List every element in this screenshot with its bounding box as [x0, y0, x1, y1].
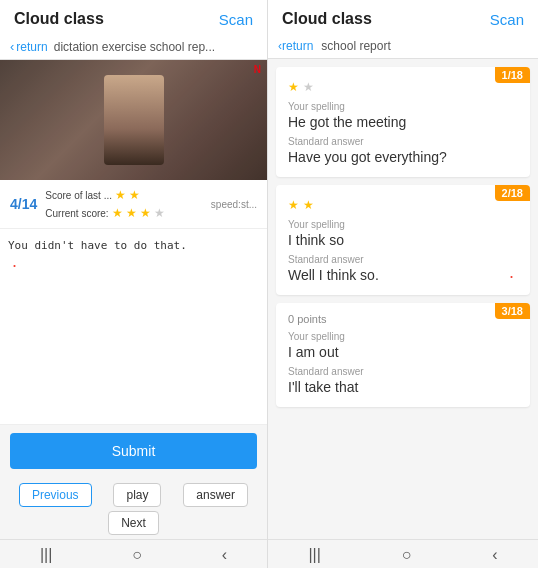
card-2: 2/18 ★ ★ Your spelling I think so Standa…	[276, 185, 530, 295]
card-3-std-label: Standard answer	[288, 366, 518, 377]
card-1-std-label: Standard answer	[288, 136, 518, 147]
score-box: Score of last ... ★ ★ Current score: ★ ★…	[45, 186, 164, 222]
left-menu-icon[interactable]: |||	[40, 546, 52, 564]
left-panel: Cloud class Scan ‹ return dictation exer…	[0, 0, 268, 568]
left-chevron-icon: ‹	[10, 39, 14, 54]
text-area-section: You didn't have to do that. ·	[0, 229, 267, 425]
card-3-badge: 3/18	[495, 303, 530, 319]
score-section: 4/14 Score of last ... ★ ★ Current score…	[0, 180, 267, 229]
card-2-spelling-label: Your spelling	[288, 219, 518, 230]
left-return-label: return	[16, 40, 47, 54]
left-home-icon[interactable]: ○	[132, 546, 142, 564]
score-last-text: Score of last ...	[45, 188, 112, 203]
left-scan-button[interactable]: Scan	[219, 11, 253, 28]
play-button[interactable]: play	[113, 483, 161, 507]
cards-container: 1/18 ★ ★ Your spelling He got the meetin…	[268, 59, 538, 539]
left-back-icon[interactable]: ‹	[222, 546, 227, 564]
card-1-stars: ★ ★	[288, 77, 518, 95]
video-section: N	[0, 60, 267, 180]
card-2-stars: ★ ★	[288, 195, 518, 213]
card-1: 1/18 ★ ★ Your spelling He got the meetin…	[276, 67, 530, 177]
right-return-label: return	[282, 39, 313, 53]
left-page-title: dictation exercise school rep...	[54, 40, 215, 54]
card-1-star-1: ★	[288, 80, 299, 94]
right-page-title: school report	[321, 39, 390, 53]
right-app-title: Cloud class	[282, 10, 372, 28]
star-icon-empty: ★	[154, 204, 165, 222]
card-1-spelling: He got the meeting	[288, 114, 518, 130]
left-nav-bar: ||| ○ ‹	[0, 539, 267, 568]
card-2-spelling: I think so	[288, 232, 518, 248]
red-dot: ·	[12, 255, 17, 275]
star-icon-3: ★	[112, 204, 123, 222]
answer-button[interactable]: answer	[183, 483, 248, 507]
card-2-std-answer: Well I think so.	[288, 267, 518, 283]
next-button[interactable]: Next	[108, 511, 159, 535]
right-home-icon[interactable]: ○	[402, 546, 412, 564]
current-score-text: Current score:	[45, 206, 108, 221]
card-1-star-empty: ★	[303, 80, 314, 94]
score-fraction: 4/14	[10, 196, 37, 212]
score-last-label: Score of last ... ★ ★	[45, 186, 164, 204]
right-header: Cloud class Scan	[268, 0, 538, 34]
star-icon-1: ★	[115, 186, 126, 204]
right-menu-icon[interactable]: |||	[308, 546, 320, 564]
right-nav-bar: ||| ○ ‹	[268, 539, 538, 568]
right-scan-button[interactable]: Scan	[490, 11, 524, 28]
card-2-dot: ·	[509, 266, 514, 287]
netflix-logo: N	[254, 64, 261, 75]
score-current-label: Current score: ★ ★ ★ ★	[45, 204, 164, 222]
card-3-spelling-label: Your spelling	[288, 331, 518, 342]
left-header: Cloud class Scan	[0, 0, 267, 34]
star-icon-5: ★	[140, 204, 151, 222]
star-icon-4: ★	[126, 204, 137, 222]
card-3-std-answer: I'll take that	[288, 379, 518, 395]
right-back-icon[interactable]: ‹	[492, 546, 497, 564]
star-icon-2: ★	[129, 186, 140, 204]
card-2-star-2: ★	[303, 198, 314, 212]
dictation-text: You didn't have to do that.	[8, 237, 259, 255]
card-3-spelling: I am out	[288, 344, 518, 360]
left-return-link[interactable]: ‹ return	[10, 39, 48, 54]
left-app-title: Cloud class	[14, 10, 104, 28]
right-sub-header: ‹ return school report	[268, 34, 538, 59]
right-panel: Cloud class Scan ‹ return school report …	[268, 0, 538, 568]
video-person-figure	[104, 75, 164, 165]
bottom-actions: Previous play answer Next	[0, 477, 267, 539]
card-3-points: 0 points	[288, 313, 518, 325]
card-2-star-1: ★	[288, 198, 299, 212]
submit-button[interactable]: Submit	[10, 433, 257, 469]
card-3: 3/18 0 points Your spelling I am out Sta…	[276, 303, 530, 407]
card-1-spelling-label: Your spelling	[288, 101, 518, 112]
card-2-std-label: Standard answer	[288, 254, 518, 265]
speed-label: speed:st...	[211, 199, 257, 210]
previous-button[interactable]: Previous	[19, 483, 92, 507]
right-return-link[interactable]: ‹ return	[278, 39, 313, 53]
card-1-std-answer: Have you got everything?	[288, 149, 518, 165]
left-sub-header: ‹ return dictation exercise school rep..…	[0, 34, 267, 60]
card-2-badge: 2/18	[495, 185, 530, 201]
card-1-badge: 1/18	[495, 67, 530, 83]
